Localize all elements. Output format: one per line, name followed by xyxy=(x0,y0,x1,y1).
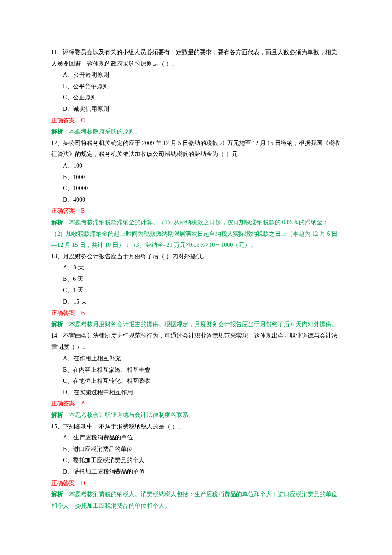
question-option: D、在实施过程中相互作用 xyxy=(51,387,341,399)
question-option: B、6 天 xyxy=(51,274,341,285)
analysis: 解析：本题考核会计职业道德与会计法律制度的联系。 xyxy=(51,410,341,421)
question-stem: 13、月度财务会计报告应当于月份终了后（ ）内对外提供。 xyxy=(51,251,341,263)
analysis-label: 解析： xyxy=(51,219,69,225)
correct-answer: 正确答案：B xyxy=(51,205,341,217)
analysis-text: 本题考核政府采购的原则。 xyxy=(69,128,141,135)
question-stem: 14、不宜由会计法律制度进行规范的行为，可通过会计职业道德规范来实现，这体现出会… xyxy=(51,330,341,353)
question-option: C、1 天 xyxy=(51,285,341,296)
correct-answer: 正确答案：D xyxy=(51,478,341,489)
analysis-label: 解析： xyxy=(51,321,69,327)
question-option: B、进口应税消费品的单位 xyxy=(51,444,341,455)
analysis-label: 解析： xyxy=(51,412,69,418)
question-option: C、公正原则 xyxy=(51,92,341,104)
question-option: C、10000 xyxy=(51,183,341,194)
question-option: A、在作用上相互补充 xyxy=(51,353,341,364)
question-option: A、100 xyxy=(51,160,341,172)
question-option: D、4000 xyxy=(51,194,341,206)
question-option: A、公开透明原则 xyxy=(51,69,341,81)
correct-answer: 正确答案：A xyxy=(51,398,341,410)
analysis-text: 本题考核滞纳税款滞纳金的计算。（1）从滞纳税款之日起，按日加收滞纳税款的 0.0… xyxy=(51,219,337,248)
question-stem: 11、评标委员会以及有关的小组人员必须要有一定数量的要求，要有各方面代表，而且人… xyxy=(51,47,341,69)
correct-answer: 正确答案：C xyxy=(51,115,341,127)
document-page: 11、评标委员会以及有关的小组人员必须要有一定数量的要求，要有各方面代表，而且人… xyxy=(0,0,392,555)
question-option: B、在内容上相互渗透、相互重叠 xyxy=(51,364,341,376)
analysis: 解析：本题考核月度财务会计报告的提供。根据规定，月度财务会计报告应当于月份终了后… xyxy=(51,319,341,330)
question-stem: 15、下列各项中，不属于消费税纳税人的是（ ）。 xyxy=(51,421,341,433)
question-option: A、3 天 xyxy=(51,262,341,274)
question-option: B、公平竞争原则 xyxy=(51,81,341,92)
analysis: 解析：本题考核滞纳税款滞纳金的计算。（1）从滞纳税款之日起，按日加收滞纳税款的 … xyxy=(51,217,341,251)
question-option: D、诚实信用原则 xyxy=(51,104,341,115)
question-option: D、受托加工应税消费品的单位 xyxy=(51,466,341,478)
analysis: 解析：本题考核消费税的纳税人。消费税纳税人包括：生产应税消费品的单位和个人；进口… xyxy=(51,489,341,512)
question-stem: 12、某公司将税务机关确定的应于 2009 年 12 月 5 日缴纳的税款 20… xyxy=(51,138,341,160)
question-option: C、在地位上相互转化、相互吸收 xyxy=(51,376,341,387)
analysis-text: 本题考核会计职业道德与会计法律制度的联系。 xyxy=(69,412,194,418)
question-option: A、生产应税消费品的单位 xyxy=(51,432,341,444)
question-option: B、1000 xyxy=(51,172,341,183)
analysis-label: 解析： xyxy=(51,128,69,135)
question-option: C、委托加工应税消费品的个人 xyxy=(51,455,341,466)
analysis-text: 本题考核月度财务会计报告的提供。根据规定，月度财务会计报告应当于月份终了后 6 … xyxy=(69,321,337,327)
analysis: 解析：本题考核政府采购的原则。 xyxy=(51,126,341,138)
correct-answer: 正确答案：B xyxy=(51,308,341,319)
analysis-label: 解析： xyxy=(51,491,69,497)
analysis-text: 本题考核消费税的纳税人。消费税纳税人包括：生产应税消费品的单位和个人；进口应税消… xyxy=(51,491,337,509)
question-option: D、15 天 xyxy=(51,296,341,308)
